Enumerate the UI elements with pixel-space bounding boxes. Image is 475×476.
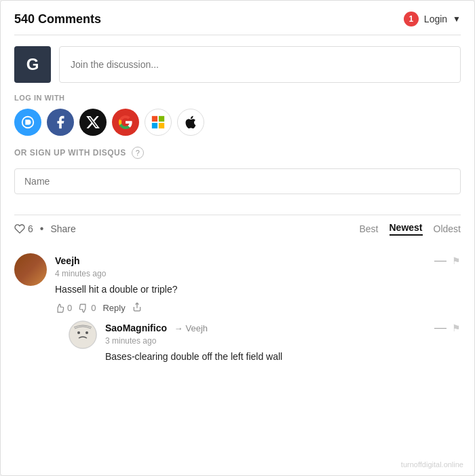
nested-comment: SaoMagnifico → Veejh — ⚑ 3 m: [69, 321, 461, 369]
discussion-input[interactable]: [59, 46, 461, 83]
microsoft-icon[interactable]: [145, 109, 172, 136]
comments-count: 540 Comments: [14, 12, 101, 26]
nested-comment-item: SaoMagnifico → Veejh — ⚑ 3 m: [69, 321, 461, 369]
disqus-icon[interactable]: [14, 109, 41, 136]
commenter-avatar-veejh: [14, 253, 47, 286]
chevron-down-icon: ▼: [453, 14, 461, 24]
help-icon[interactable]: ?: [132, 147, 144, 159]
nested-collapse-button[interactable]: —: [434, 321, 446, 335]
sort-newest[interactable]: Newest: [390, 222, 423, 236]
svg-rect-3: [152, 123, 157, 128]
comment-input-row: G: [14, 46, 461, 83]
svg-rect-4: [159, 123, 164, 128]
commenter-avatar-saomag: [69, 321, 97, 349]
comments-container: 540 Comments 1 Login ▼ G LOG IN WITH: [0, 0, 475, 476]
sort-best[interactable]: Best: [359, 223, 378, 234]
share-link[interactable]: Share: [50, 223, 75, 234]
like-button[interactable]: 6: [14, 223, 33, 234]
social-icons-row: [14, 109, 461, 136]
share-button[interactable]: [132, 302, 142, 314]
svg-rect-1: [152, 116, 157, 122]
nested-commenter-name: SaoMagnifico: [105, 323, 167, 333]
nested-comment-time: 3 minutes ago: [105, 336, 461, 346]
upvote-count: 0: [67, 303, 72, 313]
user-avatar: G: [14, 46, 51, 83]
twitter-x-icon[interactable]: [79, 109, 107, 136]
dot-separator: •: [40, 223, 44, 235]
google-icon[interactable]: [112, 109, 139, 136]
login-area[interactable]: 1 Login ▼: [404, 12, 461, 26]
collapse-button[interactable]: —: [434, 253, 446, 268]
sort-oldest[interactable]: Oldest: [434, 223, 461, 234]
sort-right: Best Newest Oldest: [359, 222, 461, 236]
nested-commenter-info: SaoMagnifico → Veejh: [105, 322, 208, 334]
svg-point-7: [77, 331, 80, 334]
commenter-name: Veejh: [55, 255, 80, 266]
sign-up-label: OR SIGN UP WITH DISQUS: [14, 148, 126, 158]
comment-text: Hassell hit a double or triple?: [55, 282, 461, 297]
comment-actions: 0 0 Reply: [55, 302, 461, 314]
flag-icon[interactable]: ⚑: [452, 255, 461, 266]
reply-arrow: →: [174, 323, 183, 333]
reply-to-user: Veejh: [185, 323, 208, 333]
svg-rect-2: [159, 116, 164, 122]
downvote-button[interactable]: 0: [79, 303, 96, 313]
name-input[interactable]: [14, 168, 461, 194]
nested-comment-body: SaoMagnifico → Veejh — ⚑ 3 m: [105, 321, 461, 369]
svg-point-8: [86, 331, 88, 334]
reply-to-label: → Veejh: [174, 323, 208, 333]
notification-badge: 1: [404, 12, 419, 26]
comment-controls: — ⚑: [434, 253, 461, 268]
sort-left: 6 • Share: [14, 223, 76, 235]
comment-item: Veejh — ⚑ 4 minutes ago Hassell hit a do…: [14, 253, 461, 379]
like-count: 6: [28, 223, 33, 234]
upvote-button[interactable]: 0: [55, 303, 72, 313]
nested-flag-icon[interactable]: ⚑: [452, 323, 461, 333]
watermark: turnoffdigital.online: [401, 460, 463, 469]
comment-header: Veejh — ⚑: [55, 253, 461, 268]
log-in-section: LOG IN WITH: [14, 94, 461, 206]
nested-comment-text: Bases-clearing double off the left field…: [105, 350, 461, 364]
comment-body: Veejh — ⚑ 4 minutes ago Hassell hit a do…: [55, 253, 461, 379]
comments-header: 540 Comments 1 Login ▼: [14, 12, 461, 35]
reply-button[interactable]: Reply: [102, 303, 125, 313]
login-label: Login: [424, 14, 447, 24]
log-in-label: LOG IN WITH: [14, 94, 461, 102]
downvote-count: 0: [91, 303, 96, 313]
sign-up-row: OR SIGN UP WITH DISQUS ?: [14, 147, 461, 159]
apple-icon[interactable]: [177, 109, 204, 136]
nested-comment-header: SaoMagnifico → Veejh — ⚑: [105, 321, 461, 335]
facebook-icon[interactable]: [47, 109, 74, 136]
nested-comment-controls: — ⚑: [434, 321, 461, 335]
comment-time: 4 minutes ago: [55, 269, 461, 278]
sort-bar: 6 • Share Best Newest Oldest: [14, 215, 461, 242]
